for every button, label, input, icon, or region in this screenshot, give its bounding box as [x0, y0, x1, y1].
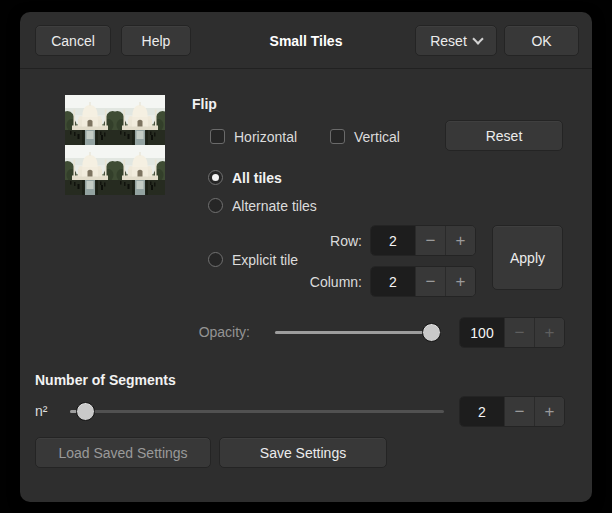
header-bar: Small Tiles Cancel Help Reset OK [20, 12, 592, 69]
opacity-decrement-button[interactable]: − [504, 318, 534, 347]
plus-icon: + [545, 323, 555, 343]
segments-symbol-label: n² [35, 403, 47, 419]
cancel-button[interactable]: Cancel [35, 25, 111, 56]
segments-decrement-button[interactable]: − [504, 397, 534, 426]
minus-icon: − [426, 231, 436, 251]
minus-icon: − [426, 272, 436, 292]
explicit-tile-label: Explicit tile [232, 252, 298, 268]
preview-tile [65, 95, 115, 145]
segments-slider-track[interactable] [70, 410, 444, 413]
alternate-tiles-label: Alternate tiles [232, 198, 317, 214]
chevron-down-icon [472, 33, 483, 44]
opacity-value-field[interactable]: 100 [460, 318, 504, 347]
row-label: Row: [310, 233, 362, 249]
opacity-label: Opacity: [150, 324, 250, 340]
segments-slider-handle[interactable] [76, 402, 95, 421]
segments-value-field[interactable]: 2 [460, 397, 504, 426]
small-tiles-dialog: Small Tiles Cancel Help Reset OK Flip Ho… [20, 12, 592, 502]
preview-tile [115, 95, 165, 145]
column-label: Column: [290, 274, 362, 290]
load-saved-settings-button: Load Saved Settings [35, 437, 211, 468]
segments-spinbox: 2 − + [459, 396, 565, 427]
opacity-increment-button[interactable]: + [534, 318, 564, 347]
flip-heading: Flip [192, 96, 217, 112]
column-value-field[interactable]: 2 [371, 267, 415, 296]
vertical-checkbox-label: Vertical [354, 129, 400, 145]
segments-heading: Number of Segments [35, 372, 176, 388]
horizontal-checkbox[interactable] [210, 129, 225, 144]
preview-image [65, 95, 165, 195]
column-decrement-button[interactable]: − [415, 267, 445, 296]
apply-button[interactable]: Apply [492, 225, 563, 290]
plus-icon: + [545, 402, 555, 422]
explicit-tile-radio[interactable] [208, 252, 223, 267]
flip-reset-button[interactable]: Reset [445, 120, 563, 151]
all-tiles-radio[interactable] [208, 170, 223, 185]
reset-dropdown-button[interactable]: Reset [415, 25, 497, 56]
plus-icon: + [456, 272, 466, 292]
reset-dropdown-label: Reset [430, 33, 467, 49]
vertical-checkbox[interactable] [330, 129, 345, 144]
opacity-slider-track[interactable] [275, 331, 441, 334]
help-button[interactable]: Help [121, 25, 191, 56]
plus-icon: + [456, 231, 466, 251]
alternate-tiles-radio[interactable] [208, 198, 223, 213]
horizontal-checkbox-label: Horizontal [234, 129, 297, 145]
opacity-slider[interactable] [275, 323, 441, 342]
all-tiles-label: All tiles [232, 170, 282, 186]
minus-icon: − [515, 402, 525, 422]
row-increment-button[interactable]: + [445, 226, 475, 255]
minus-icon: − [515, 323, 525, 343]
row-spinbox: 2 − + [370, 225, 476, 256]
ok-button[interactable]: OK [504, 25, 579, 56]
preview-tile [65, 145, 115, 195]
opacity-slider-fill [275, 331, 441, 334]
row-decrement-button[interactable]: − [415, 226, 445, 255]
column-increment-button[interactable]: + [445, 267, 475, 296]
segments-increment-button[interactable]: + [534, 397, 564, 426]
segments-slider[interactable] [70, 402, 444, 421]
row-value-field[interactable]: 2 [371, 226, 415, 255]
column-spinbox: 2 − + [370, 266, 476, 297]
save-settings-button[interactable]: Save Settings [219, 437, 387, 468]
preview-tile [115, 145, 165, 195]
opacity-spinbox: 100 − + [459, 317, 565, 348]
opacity-slider-handle[interactable] [422, 323, 441, 342]
